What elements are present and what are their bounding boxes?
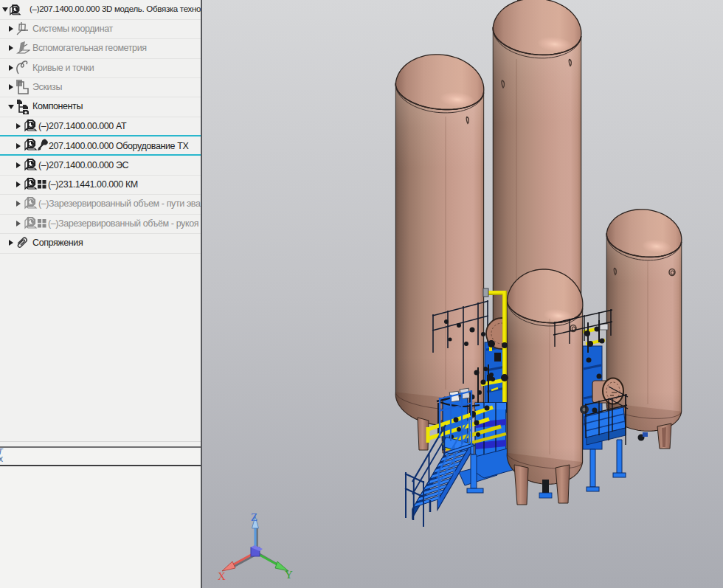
svg-text:X: X	[218, 570, 226, 582]
svg-text:Z: Z	[251, 511, 257, 523]
svg-text:Y: Y	[285, 569, 293, 581]
